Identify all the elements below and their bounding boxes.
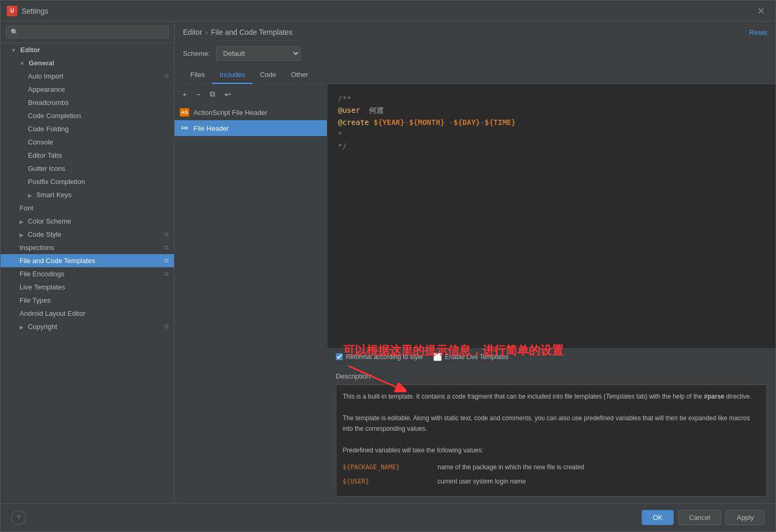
scheme-row: Scheme: Default [174, 41, 775, 66]
sidebar-item-file-code-templates[interactable]: File and Code Templates ⧉ [1, 254, 174, 267]
description-panel: Description: This is a built-in template… [327, 365, 775, 503]
description-box: This is a built-in template. It contains… [336, 384, 767, 497]
main-header: Editor › File and Code Templates Reset [174, 22, 775, 41]
breadcrumb: Editor › File and Code Templates [183, 28, 293, 36]
var-row-user: ${USER} current user system login name [343, 476, 760, 487]
apply-button[interactable]: Apply [725, 510, 765, 525]
scheme-label: Scheme: [183, 50, 210, 57]
copy-icon: ⧉ [164, 244, 169, 251]
sidebar-item-postfix-completion[interactable]: Postfix Completion [1, 175, 174, 188]
bottom-options: Reformat according to style Enable Live … [327, 348, 775, 365]
cancel-button[interactable]: Cancel [678, 510, 721, 525]
window-title: Settings [22, 7, 753, 15]
search-input[interactable] [6, 26, 169, 38]
content-area: ▼ Editor ▼ General Auto Import ⧉ Appeara… [1, 22, 775, 503]
add-template-button[interactable]: + [179, 88, 190, 101]
sidebar: ▼ Editor ▼ General Auto Import ⧉ Appeara… [1, 22, 174, 503]
main-content: Editor › File and Code Templates Reset S… [174, 22, 775, 503]
tab-other[interactable]: Other [284, 66, 316, 84]
breadcrumb-separator: › [206, 28, 208, 36]
copy-icon: ⧉ [164, 231, 169, 238]
template-item-label: File Header [193, 124, 229, 132]
live-templates-label: Enable Live Templates [445, 353, 509, 361]
sidebar-item-code-folding[interactable]: Code Folding [1, 122, 174, 136]
copy-icon: ⧉ [164, 257, 169, 264]
copy-icon: ⧉ [164, 73, 169, 80]
footer-left: ? [11, 510, 637, 525]
copy-template-button[interactable]: ⧉ [206, 88, 219, 101]
tab-code[interactable]: Code [253, 66, 284, 84]
sidebar-item-file-encodings[interactable]: File Encodings ⧉ [1, 267, 174, 280]
sidebar-item-android-layout-editor[interactable]: Android Layout Editor [1, 307, 174, 320]
sidebar-item-console[interactable]: Console [1, 136, 174, 149]
settings-window: U Settings ✕ ▼ Editor ▼ General Auto Imp… [0, 0, 776, 532]
dialog-footer: ? OK Cancel Apply [1, 503, 775, 531]
reformat-checkbox[interactable]: Reformat according to style [336, 353, 423, 361]
var-table: ${PACKAGE_NAME} name of the package in w… [343, 462, 760, 487]
reformat-checkbox-input[interactable] [336, 353, 343, 360]
description-text-3: Predefined variables will take the follo… [343, 445, 760, 456]
template-item-actionscript[interactable]: AS ActionScript File Header [174, 104, 327, 120]
template-icon-as: AS [180, 108, 189, 117]
description-text-1: This is a built-in template. It contains… [343, 391, 760, 402]
reset-button[interactable]: Reset [749, 28, 767, 36]
live-templates-checkbox[interactable]: Enable Live Templates [433, 353, 509, 361]
scheme-select[interactable]: Default [216, 46, 300, 61]
breadcrumb-root: Editor [183, 28, 202, 36]
search-bar [1, 22, 174, 43]
copy-icon: ⧉ [164, 323, 169, 330]
tab-files[interactable]: Files [183, 66, 212, 84]
template-toolbar: + − ⧉ ↩ [174, 84, 327, 104]
help-button[interactable]: ? [11, 510, 26, 525]
var-row-package: ${PACKAGE_NAME} name of the package in w… [343, 462, 760, 472]
template-area: + − ⧉ ↩ AS ActionScript File Header FH F… [174, 84, 775, 503]
sidebar-item-live-templates[interactable]: Live Templates [1, 280, 174, 294]
editor-panel: /** @user 何渡 @create ${YEAR}-${MONTH} -$… [327, 84, 775, 503]
code-editor[interactable]: /** @user 何渡 @create ${YEAR}-${MONTH} -$… [327, 84, 775, 348]
code-line-5: */ [338, 140, 765, 152]
sidebar-item-code-completion[interactable]: Code Completion [1, 109, 174, 122]
code-line-3: @create ${YEAR}-${MONTH} -${DAY}-${TIME} [338, 117, 765, 128]
sidebar-item-gutter-icons[interactable]: Gutter Icons [1, 162, 174, 175]
reformat-label: Reformat according to style [346, 353, 423, 361]
sidebar-item-general[interactable]: ▼ General [1, 56, 174, 70]
template-item-file-header[interactable]: FH File Header [174, 120, 327, 136]
template-list: AS ActionScript File Header FH File Head… [174, 104, 327, 503]
sidebar-item-inspections[interactable]: Inspections ⧉ [1, 241, 174, 254]
copy-icon: ⧉ [164, 270, 169, 277]
sidebar-item-font[interactable]: Font [1, 201, 174, 215]
description-text-2: The template is editable. Along with sta… [343, 413, 760, 434]
template-item-label: ActionScript File Header [193, 109, 267, 117]
tab-includes[interactable]: Includes [212, 66, 252, 84]
live-templates-checkbox-input[interactable] [433, 353, 442, 361]
sidebar-item-editor[interactable]: ▼ Editor [1, 43, 174, 56]
sidebar-item-breadcrumbs[interactable]: Breadcrumbs [1, 96, 174, 109]
reset-template-button[interactable]: ↩ [221, 88, 235, 101]
template-list-panel: + − ⧉ ↩ AS ActionScript File Header FH F… [174, 84, 327, 503]
sidebar-item-color-scheme[interactable]: ▶ Color Scheme [1, 215, 174, 228]
title-bar: U Settings ✕ [1, 1, 775, 22]
code-line-2: @user 何渡 [338, 104, 765, 116]
tabs-row: Files Includes Code Other [174, 66, 775, 84]
sidebar-item-copyright[interactable]: ▶ Copyright ⧉ [1, 320, 174, 333]
sidebar-item-code-style[interactable]: ▶ Code Style ⧉ [1, 228, 174, 241]
breadcrumb-current: File and Code Templates [211, 28, 293, 36]
code-line-4: * [338, 128, 765, 140]
sidebar-item-appearance[interactable]: Appearance [1, 83, 174, 96]
app-icon: U [7, 6, 17, 16]
code-line-1: /** [338, 93, 765, 104]
sidebar-item-auto-import[interactable]: Auto Import ⧉ [1, 70, 174, 83]
sidebar-item-smart-keys[interactable]: ▶ Smart Keys [1, 188, 174, 201]
description-title: Description: [336, 372, 767, 380]
close-button[interactable]: ✕ [753, 3, 769, 19]
sidebar-item-editor-tabs[interactable]: Editor Tabs [1, 149, 174, 162]
template-icon-file: FH [180, 124, 189, 132]
ok-button[interactable]: OK [642, 510, 674, 525]
sidebar-item-file-types[interactable]: File Types [1, 294, 174, 307]
remove-template-button[interactable]: − [192, 88, 204, 101]
